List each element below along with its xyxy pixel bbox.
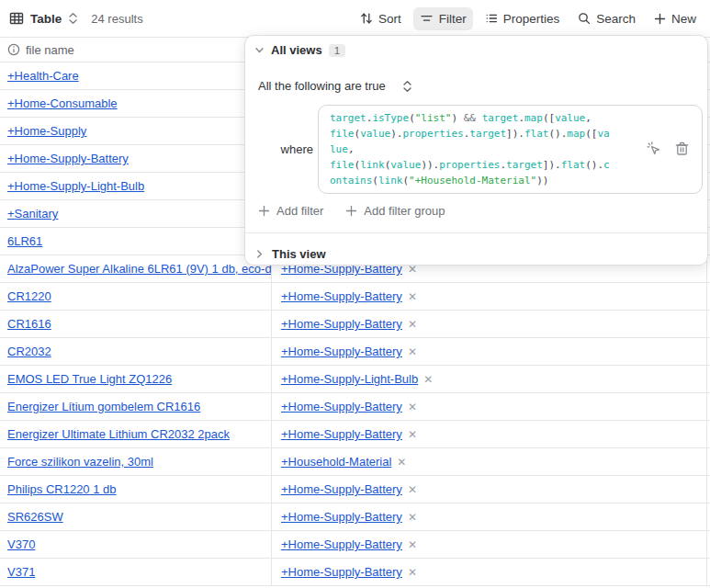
file-link[interactable]: V370 [7, 537, 35, 551]
file-name-cell[interactable]: EMOS LED True Light ZQ1226 [0, 366, 272, 392]
file-name-cell[interactable]: Philips CR1220 1 db [0, 476, 272, 503]
add-filter-button[interactable]: Add filter [258, 204, 323, 218]
new-label: New [671, 12, 696, 26]
add-filter-group-button[interactable]: Add filter group [345, 204, 445, 218]
condition-mode-select[interactable]: All the following are true [258, 79, 412, 93]
file-name-cell[interactable]: CR2032 [0, 338, 272, 365]
tag-cell[interactable]: +Home-Supply-Battery✕ [272, 421, 707, 447]
tag-cell[interactable]: +Home-Supply-Battery✕ [272, 283, 707, 310]
file-name-cell[interactable]: +Home-Supply-Light-Bulb [0, 173, 272, 199]
tag-link[interactable]: +Home-Supply-Light-Bulb [281, 372, 418, 386]
table-row: CR2032+Home-Supply-Battery✕ [0, 338, 710, 366]
file-link[interactable]: +Home-Supply-Battery [7, 152, 129, 165]
file-name-cell[interactable]: 6LR61 [0, 228, 272, 254]
tag-link[interactable]: +Home-Supply-Battery [281, 345, 402, 358]
view-switcher[interactable]: Table [9, 11, 78, 26]
file-link[interactable]: +Health-Care [7, 69, 79, 83]
tag-link[interactable]: +Home-Supply-Battery [281, 510, 402, 524]
magic-cursor-icon[interactable] [646, 141, 662, 157]
remove-tag-icon[interactable]: ✕ [408, 429, 417, 440]
file-name-cell[interactable]: +Home-Supply [0, 118, 272, 144]
file-link[interactable]: CR2032 [7, 345, 51, 358]
file-name-cell[interactable]: +Health-Care [0, 62, 272, 89]
tag-cell[interactable]: +Home-Supply-Battery✕ [272, 311, 707, 337]
app-window: Table 24 results Sort Filter [0, 0, 710, 588]
this-view-section[interactable]: This view [254, 242, 326, 266]
tag-link[interactable]: +Home-Supply-Battery [281, 537, 402, 551]
tag-cell[interactable]: +Home-Supply-Battery✕ [272, 531, 707, 558]
tag-cell[interactable]: +Home-Supply-Light-Bulb✕ [272, 366, 707, 392]
plus-icon [345, 205, 357, 217]
tag-cell[interactable]: +Home-Supply-Battery✕ [272, 338, 707, 365]
remove-tag-icon[interactable]: ✕ [408, 567, 417, 578]
file-link[interactable]: Force szilikon vazelin, 30ml [7, 455, 153, 469]
file-link[interactable]: SR626SW [7, 510, 63, 524]
remove-tag-icon[interactable]: ✕ [397, 457, 406, 468]
file-name-cell[interactable]: V370 [0, 531, 272, 558]
this-view-label: This view [272, 247, 326, 261]
file-link[interactable]: EMOS LED True Light ZQ1226 [7, 372, 172, 386]
file-name-cell[interactable]: Energizer Ultimate Lithium CR2032 2pack [0, 421, 272, 447]
new-button[interactable]: New [648, 7, 703, 30]
file-link[interactable]: +Home-Consumable [7, 96, 118, 110]
file-link[interactable]: +Home-Supply-Light-Bulb [7, 179, 144, 193]
file-name-cell[interactable]: Force szilikon vazelin, 30ml [0, 448, 272, 475]
tag-cell[interactable]: +Home-Supply-Battery✕ [272, 476, 707, 503]
tag-link[interactable]: +Home-Supply-Battery [281, 400, 402, 413]
table-row: EMOS LED True Light ZQ1226+Home-Supply-L… [0, 366, 710, 393]
toolbar-actions: Sort Filter Properties Search [354, 7, 703, 30]
all-views-header[interactable]: All views 1 [254, 43, 345, 57]
file-link[interactable]: AlzaPower Super Alkaline 6LR61 (9V) 1 db… [7, 262, 272, 276]
properties-button[interactable]: Properties [479, 7, 567, 30]
tag-cell[interactable]: +Household-Material✕ [272, 448, 707, 475]
tag-link[interactable]: +Home-Supply-Battery [281, 289, 402, 303]
file-link[interactable]: Energizer Lítium gombelem CR1616 [7, 400, 200, 413]
tag-link[interactable]: +Household-Material [281, 455, 391, 469]
file-name-cell[interactable]: CR1616 [0, 311, 272, 337]
tag-cell[interactable]: +Home-Supply-Battery✕ [272, 503, 707, 530]
sort-button[interactable]: Sort [354, 7, 408, 30]
file-link[interactable]: +Sanitary [7, 207, 58, 220]
file-link[interactable]: 6LR61 [7, 234, 42, 248]
filter-button[interactable]: Filter [413, 7, 473, 30]
filter-label: Filter [439, 12, 467, 26]
file-name-cell[interactable]: SR626SW [0, 503, 272, 530]
table-row: Philips CR1220 1 db+Home-Supply-Battery✕ [0, 476, 710, 503]
file-name-cell[interactable]: V371 [0, 559, 272, 585]
file-name-cell[interactable]: Energizer Lítium gombelem CR1616 [0, 393, 272, 420]
filter-count-badge: 1 [329, 44, 345, 57]
remove-tag-icon[interactable]: ✕ [408, 512, 417, 523]
file-link[interactable]: +Home-Supply [7, 124, 86, 138]
tag-link[interactable]: +Home-Supply-Battery [281, 317, 402, 331]
remove-tag-icon[interactable]: ✕ [408, 484, 417, 495]
chevron-down-icon[interactable] [254, 45, 265, 55]
add-filter-label: Add filter [276, 204, 323, 218]
tag-link[interactable]: +Home-Supply-Battery [281, 565, 402, 579]
remove-tag-icon[interactable]: ✕ [408, 539, 417, 550]
file-name-cell[interactable]: +Sanitary [0, 200, 272, 227]
file-link[interactable]: CR1220 [7, 289, 51, 303]
remove-tag-icon[interactable]: ✕ [423, 374, 433, 385]
file-link[interactable]: Energizer Ultimate Lithium CR2032 2pack [7, 427, 230, 441]
file-link[interactable]: Philips CR1220 1 db [7, 482, 117, 496]
trash-icon[interactable] [674, 141, 690, 157]
table-row: Energizer Ultimate Lithium CR2032 2pack+… [0, 421, 710, 448]
remove-tag-icon[interactable]: ✕ [408, 319, 417, 330]
file-name-cell[interactable]: +Home-Consumable [0, 90, 272, 117]
file-name-cell[interactable]: CR1220 [0, 283, 272, 310]
file-link[interactable]: V371 [7, 565, 35, 579]
tag-link[interactable]: +Home-Supply-Battery [281, 482, 402, 496]
tag-cell[interactable]: +Home-Supply-Battery✕ [272, 559, 707, 585]
tag-cell[interactable]: +Home-Supply-Battery✕ [272, 393, 707, 420]
search-button[interactable]: Search [571, 7, 642, 30]
file-link[interactable]: CR1616 [7, 317, 51, 331]
file-name-cell[interactable]: AlzaPower Super Alkaline 6LR61 (9V) 1 db… [0, 255, 272, 282]
file-name-cell[interactable]: +Home-Supply-Battery [0, 145, 272, 172]
remove-tag-icon[interactable]: ✕ [408, 401, 417, 413]
chevron-right-icon[interactable] [254, 249, 265, 259]
tag-link[interactable]: +Home-Supply-Battery [281, 427, 402, 441]
filter-expression-input[interactable]: target.isType("list") && target.map([val… [318, 105, 703, 194]
remove-tag-icon[interactable]: ✕ [408, 346, 417, 357]
table-row: CR1616+Home-Supply-Battery✕ [0, 311, 710, 338]
remove-tag-icon[interactable]: ✕ [408, 291, 417, 302]
